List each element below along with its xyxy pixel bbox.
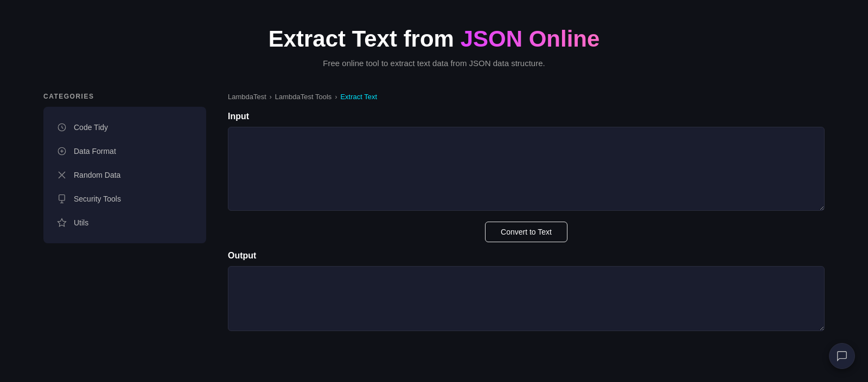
- code-tidy-icon: [56, 122, 67, 133]
- svg-point-2: [61, 174, 63, 176]
- svg-rect-3: [59, 195, 65, 201]
- convert-to-text-button[interactable]: Convert to Text: [485, 222, 567, 242]
- content-area: LambdaTest › LambdaTest Tools › Extract …: [228, 93, 825, 333]
- breadcrumb-lambdatest[interactable]: LambdaTest: [228, 93, 266, 101]
- page-subtitle: Free online tool to extract text data fr…: [0, 59, 868, 68]
- breadcrumb-sep-1: ›: [270, 93, 272, 101]
- security-tools-icon: [56, 193, 67, 204]
- input-label: Input: [228, 112, 825, 121]
- sidebar-item-security-tools-label: Security Tools: [74, 195, 121, 203]
- breadcrumb-lambdatest-tools[interactable]: LambdaTest Tools: [275, 93, 332, 101]
- utils-icon: [56, 217, 67, 228]
- sidebar-item-utils[interactable]: Utils: [48, 211, 202, 235]
- button-row: Convert to Text: [228, 222, 825, 242]
- chat-button[interactable]: [829, 343, 855, 369]
- sidebar-panel: Code Tidy Data Format Random Data: [43, 107, 206, 243]
- header: Extract Text from JSON Online Free onlin…: [0, 0, 868, 87]
- svg-marker-4: [58, 219, 66, 226]
- sidebar-item-random-data-label: Random Data: [74, 171, 120, 179]
- data-format-icon: [56, 146, 67, 157]
- sidebar-item-security-tools[interactable]: Security Tools: [48, 187, 202, 211]
- breadcrumb-current: Extract Text: [340, 93, 377, 101]
- json-input[interactable]: [228, 127, 825, 211]
- output-section: Output: [228, 251, 825, 333]
- sidebar: CATEGORIES Code Tidy Data Format: [43, 93, 206, 333]
- breadcrumb: LambdaTest › LambdaTest Tools › Extract …: [228, 93, 825, 101]
- chat-icon: [836, 350, 848, 362]
- sidebar-item-code-tidy[interactable]: Code Tidy: [48, 115, 202, 139]
- categories-label: CATEGORIES: [43, 93, 206, 100]
- page-title-accent: JSON Online: [461, 26, 600, 51]
- text-output[interactable]: [228, 266, 825, 331]
- sidebar-item-code-tidy-label: Code Tidy: [74, 123, 108, 132]
- breadcrumb-sep-2: ›: [335, 93, 337, 101]
- random-data-icon: [56, 170, 67, 180]
- page-title: Extract Text from JSON Online: [0, 26, 868, 52]
- sidebar-item-random-data[interactable]: Random Data: [48, 163, 202, 187]
- sidebar-item-data-format[interactable]: Data Format: [48, 139, 202, 163]
- input-section: Input: [228, 112, 825, 213]
- sidebar-item-utils-label: Utils: [74, 218, 88, 227]
- output-label: Output: [228, 251, 825, 261]
- main-layout: CATEGORIES Code Tidy Data Format: [0, 93, 868, 333]
- sidebar-item-data-format-label: Data Format: [74, 147, 116, 156]
